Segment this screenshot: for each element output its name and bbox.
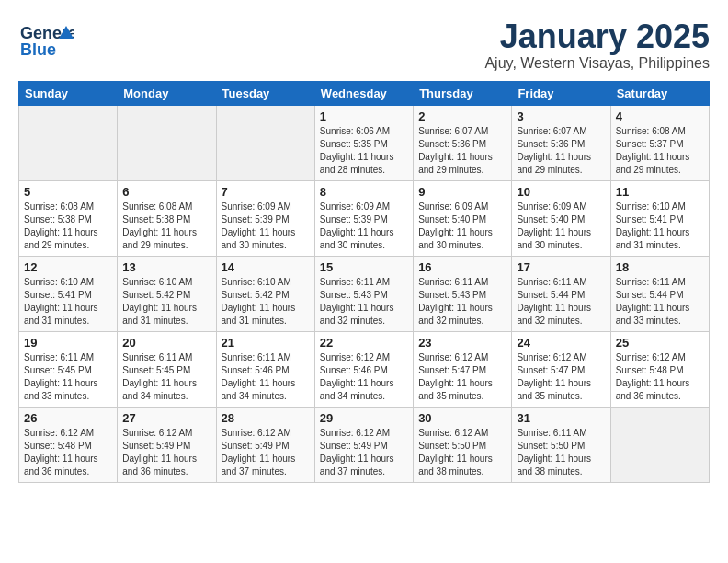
day-number: 11 bbox=[616, 185, 704, 199]
calendar-cell bbox=[610, 407, 709, 482]
logo: General Blue bbox=[18, 18, 74, 64]
calendar-cell: 21Sunrise: 6:11 AMSunset: 5:46 PMDayligh… bbox=[216, 331, 314, 407]
day-number: 2 bbox=[418, 109, 506, 123]
title-block: January 2025 Ajuy, Western Visayas, Phil… bbox=[484, 18, 710, 72]
calendar-cell: 5Sunrise: 6:08 AMSunset: 5:38 PMDaylight… bbox=[19, 180, 118, 256]
day-number: 22 bbox=[320, 336, 408, 350]
day-number: 31 bbox=[517, 411, 605, 425]
day-number: 4 bbox=[616, 109, 704, 123]
day-number: 7 bbox=[222, 185, 310, 199]
calendar-cell: 13Sunrise: 6:10 AMSunset: 5:42 PMDayligh… bbox=[118, 256, 216, 331]
day-info: Sunrise: 6:09 AMSunset: 5:40 PMDaylight:… bbox=[418, 201, 506, 252]
day-number: 20 bbox=[122, 336, 210, 350]
calendar-cell: 18Sunrise: 6:11 AMSunset: 5:44 PMDayligh… bbox=[610, 256, 709, 331]
svg-text:Blue: Blue bbox=[20, 40, 56, 59]
calendar-header: Sunday Monday Tuesday Wednesday Thursday… bbox=[19, 81, 710, 105]
calendar-cell: 14Sunrise: 6:10 AMSunset: 5:42 PMDayligh… bbox=[216, 256, 314, 331]
calendar-cell: 19Sunrise: 6:11 AMSunset: 5:45 PMDayligh… bbox=[19, 331, 118, 407]
calendar-cell: 22Sunrise: 6:12 AMSunset: 5:46 PMDayligh… bbox=[314, 331, 413, 407]
calendar-week-5: 26Sunrise: 6:12 AMSunset: 5:48 PMDayligh… bbox=[19, 407, 710, 482]
calendar-cell: 30Sunrise: 6:12 AMSunset: 5:50 PMDayligh… bbox=[414, 407, 512, 482]
calendar-cell: 17Sunrise: 6:11 AMSunset: 5:44 PMDayligh… bbox=[512, 256, 610, 331]
day-number: 21 bbox=[222, 336, 310, 350]
col-friday: Friday bbox=[512, 81, 610, 105]
calendar-cell: 10Sunrise: 6:09 AMSunset: 5:40 PMDayligh… bbox=[512, 180, 610, 256]
calendar-cell: 23Sunrise: 6:12 AMSunset: 5:47 PMDayligh… bbox=[414, 331, 512, 407]
calendar-cell: 2Sunrise: 6:07 AMSunset: 5:36 PMDaylight… bbox=[414, 105, 512, 180]
day-info: Sunrise: 6:12 AMSunset: 5:49 PMDaylight:… bbox=[222, 427, 310, 478]
day-info: Sunrise: 6:11 AMSunset: 5:45 PMDaylight:… bbox=[122, 351, 210, 403]
calendar-cell: 8Sunrise: 6:09 AMSunset: 5:39 PMDaylight… bbox=[314, 180, 413, 256]
day-info: Sunrise: 6:09 AMSunset: 5:39 PMDaylight:… bbox=[320, 201, 408, 252]
calendar-header-row: Sunday Monday Tuesday Wednesday Thursday… bbox=[19, 81, 710, 105]
calendar-cell: 1Sunrise: 6:06 AMSunset: 5:35 PMDaylight… bbox=[314, 105, 413, 180]
col-saturday: Saturday bbox=[610, 81, 709, 105]
day-number: 19 bbox=[24, 336, 112, 350]
calendar-week-3: 12Sunrise: 6:10 AMSunset: 5:41 PMDayligh… bbox=[19, 256, 710, 331]
calendar-body: 1Sunrise: 6:06 AMSunset: 5:35 PMDaylight… bbox=[19, 105, 710, 482]
calendar-cell: 16Sunrise: 6:11 AMSunset: 5:43 PMDayligh… bbox=[414, 256, 512, 331]
day-number: 10 bbox=[517, 185, 605, 199]
day-info: Sunrise: 6:11 AMSunset: 5:45 PMDaylight:… bbox=[24, 351, 112, 403]
day-info: Sunrise: 6:12 AMSunset: 5:48 PMDaylight:… bbox=[24, 427, 112, 478]
day-number: 18 bbox=[616, 260, 704, 274]
calendar-cell bbox=[118, 105, 216, 180]
day-info: Sunrise: 6:11 AMSunset: 5:50 PMDaylight:… bbox=[517, 427, 605, 478]
calendar-cell bbox=[216, 105, 314, 180]
calendar-week-2: 5Sunrise: 6:08 AMSunset: 5:38 PMDaylight… bbox=[19, 180, 710, 256]
calendar-cell: 20Sunrise: 6:11 AMSunset: 5:45 PMDayligh… bbox=[118, 331, 216, 407]
day-number: 27 bbox=[122, 411, 210, 425]
day-info: Sunrise: 6:06 AMSunset: 5:35 PMDaylight:… bbox=[320, 125, 408, 177]
day-info: Sunrise: 6:08 AMSunset: 5:38 PMDaylight:… bbox=[122, 201, 210, 252]
day-info: Sunrise: 6:09 AMSunset: 5:40 PMDaylight:… bbox=[517, 201, 605, 252]
day-number: 26 bbox=[24, 411, 112, 425]
col-thursday: Thursday bbox=[414, 81, 512, 105]
day-number: 24 bbox=[517, 336, 605, 350]
day-number: 15 bbox=[320, 260, 408, 274]
day-number: 30 bbox=[418, 411, 506, 425]
calendar-table: Sunday Monday Tuesday Wednesday Thursday… bbox=[18, 81, 710, 483]
day-info: Sunrise: 6:11 AMSunset: 5:46 PMDaylight:… bbox=[222, 351, 310, 403]
col-sunday: Sunday bbox=[19, 81, 118, 105]
day-info: Sunrise: 6:11 AMSunset: 5:44 PMDaylight:… bbox=[616, 276, 704, 327]
day-info: Sunrise: 6:10 AMSunset: 5:41 PMDaylight:… bbox=[24, 276, 112, 327]
day-number: 8 bbox=[320, 185, 408, 199]
calendar-cell: 28Sunrise: 6:12 AMSunset: 5:49 PMDayligh… bbox=[216, 407, 314, 482]
day-info: Sunrise: 6:11 AMSunset: 5:43 PMDaylight:… bbox=[418, 276, 506, 327]
day-number: 14 bbox=[222, 260, 310, 274]
day-number: 23 bbox=[418, 336, 506, 350]
day-info: Sunrise: 6:12 AMSunset: 5:47 PMDaylight:… bbox=[517, 351, 605, 403]
day-number: 13 bbox=[122, 260, 210, 274]
day-number: 25 bbox=[616, 336, 704, 350]
calendar-cell: 6Sunrise: 6:08 AMSunset: 5:38 PMDaylight… bbox=[118, 180, 216, 256]
day-number: 6 bbox=[122, 185, 210, 199]
day-info: Sunrise: 6:12 AMSunset: 5:50 PMDaylight:… bbox=[418, 427, 506, 478]
day-number: 5 bbox=[24, 185, 112, 199]
day-info: Sunrise: 6:12 AMSunset: 5:46 PMDaylight:… bbox=[320, 351, 408, 403]
calendar-cell: 4Sunrise: 6:08 AMSunset: 5:37 PMDaylight… bbox=[610, 105, 709, 180]
calendar-cell: 7Sunrise: 6:09 AMSunset: 5:39 PMDaylight… bbox=[216, 180, 314, 256]
day-info: Sunrise: 6:08 AMSunset: 5:38 PMDaylight:… bbox=[24, 201, 112, 252]
day-number: 16 bbox=[418, 260, 506, 274]
day-number: 1 bbox=[320, 109, 408, 123]
calendar-cell: 11Sunrise: 6:10 AMSunset: 5:41 PMDayligh… bbox=[610, 180, 709, 256]
col-monday: Monday bbox=[118, 81, 216, 105]
day-info: Sunrise: 6:12 AMSunset: 5:47 PMDaylight:… bbox=[418, 351, 506, 403]
day-info: Sunrise: 6:12 AMSunset: 5:48 PMDaylight:… bbox=[616, 351, 704, 403]
day-info: Sunrise: 6:08 AMSunset: 5:37 PMDaylight:… bbox=[616, 125, 704, 177]
page-title: January 2025 bbox=[484, 18, 710, 55]
day-number: 28 bbox=[222, 411, 310, 425]
calendar-cell: 9Sunrise: 6:09 AMSunset: 5:40 PMDaylight… bbox=[414, 180, 512, 256]
day-info: Sunrise: 6:12 AMSunset: 5:49 PMDaylight:… bbox=[122, 427, 210, 478]
day-number: 12 bbox=[24, 260, 112, 274]
day-info: Sunrise: 6:07 AMSunset: 5:36 PMDaylight:… bbox=[517, 125, 605, 177]
day-number: 3 bbox=[517, 109, 605, 123]
calendar-cell: 31Sunrise: 6:11 AMSunset: 5:50 PMDayligh… bbox=[512, 407, 610, 482]
calendar-week-4: 19Sunrise: 6:11 AMSunset: 5:45 PMDayligh… bbox=[19, 331, 710, 407]
day-info: Sunrise: 6:11 AMSunset: 5:43 PMDaylight:… bbox=[320, 276, 408, 327]
calendar-cell bbox=[19, 105, 118, 180]
calendar-cell: 3Sunrise: 6:07 AMSunset: 5:36 PMDaylight… bbox=[512, 105, 610, 180]
calendar-cell: 27Sunrise: 6:12 AMSunset: 5:49 PMDayligh… bbox=[118, 407, 216, 482]
day-info: Sunrise: 6:11 AMSunset: 5:44 PMDaylight:… bbox=[517, 276, 605, 327]
day-info: Sunrise: 6:10 AMSunset: 5:42 PMDaylight:… bbox=[222, 276, 310, 327]
